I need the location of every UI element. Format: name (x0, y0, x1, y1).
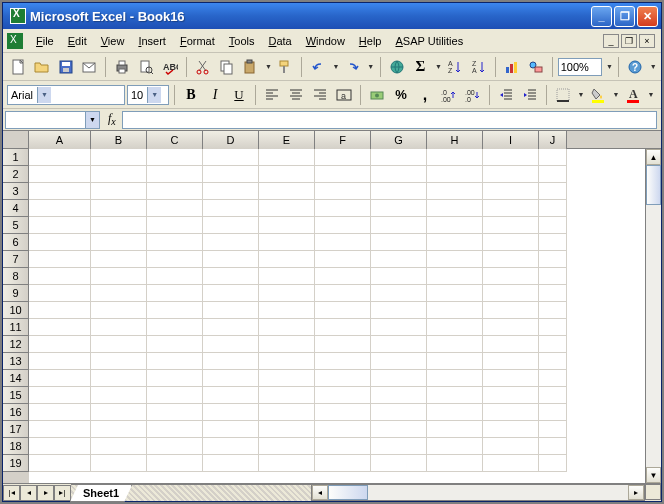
align-center-button[interactable] (285, 84, 307, 106)
increase-decimal-button[interactable]: .0.00 (438, 84, 460, 106)
menu-file[interactable]: File (29, 32, 61, 50)
print-preview-button[interactable] (135, 56, 157, 78)
cell[interactable] (29, 200, 91, 217)
cell[interactable] (427, 421, 483, 438)
select-all-corner[interactable] (3, 131, 29, 149)
cell[interactable] (315, 353, 371, 370)
workbook-icon[interactable] (7, 33, 23, 49)
row-header[interactable]: 2 (3, 166, 29, 183)
menu-view[interactable]: View (94, 32, 132, 50)
row-header[interactable]: 17 (3, 421, 29, 438)
row-header[interactable]: 12 (3, 336, 29, 353)
cell[interactable] (203, 268, 259, 285)
cell[interactable] (91, 319, 147, 336)
cell[interactable] (91, 217, 147, 234)
cell[interactable] (483, 285, 539, 302)
cell[interactable] (427, 336, 483, 353)
cell[interactable] (427, 353, 483, 370)
titlebar[interactable]: Microsoft Excel - Book16 _ ❐ ✕ (3, 3, 661, 29)
row-header[interactable]: 1 (3, 149, 29, 166)
scroll-thumb[interactable] (328, 485, 368, 500)
cell[interactable] (203, 149, 259, 166)
cell[interactable] (483, 149, 539, 166)
cell[interactable] (29, 353, 91, 370)
cell[interactable] (539, 353, 567, 370)
cell[interactable] (371, 149, 427, 166)
align-right-button[interactable] (309, 84, 331, 106)
cell[interactable] (427, 319, 483, 336)
menu-data[interactable]: Data (261, 32, 298, 50)
hyperlink-button[interactable] (386, 56, 408, 78)
cell[interactable] (259, 251, 315, 268)
italic-button[interactable]: I (204, 84, 226, 106)
cell[interactable] (203, 251, 259, 268)
cell[interactable] (483, 319, 539, 336)
cell[interactable] (427, 438, 483, 455)
drawing-button[interactable] (525, 56, 547, 78)
borders-button[interactable] (552, 84, 574, 106)
cell[interactable] (29, 217, 91, 234)
cell[interactable] (427, 404, 483, 421)
mdi-close-button[interactable]: × (639, 34, 655, 48)
cell[interactable] (29, 166, 91, 183)
cell[interactable] (371, 302, 427, 319)
font-size-combo[interactable]: 10▼ (127, 85, 169, 105)
cell[interactable] (315, 387, 371, 404)
cell[interactable] (539, 455, 567, 472)
cell[interactable] (203, 166, 259, 183)
print-button[interactable] (111, 56, 133, 78)
cell[interactable] (29, 251, 91, 268)
cell[interactable] (427, 455, 483, 472)
cell[interactable] (483, 268, 539, 285)
cell[interactable] (147, 370, 203, 387)
row-header[interactable]: 8 (3, 268, 29, 285)
paste-dropdown-icon[interactable]: ▼ (264, 63, 272, 70)
cell[interactable] (539, 200, 567, 217)
cells-area[interactable] (29, 149, 645, 483)
cell[interactable] (259, 455, 315, 472)
cell[interactable] (29, 370, 91, 387)
row-header[interactable]: 3 (3, 183, 29, 200)
cell[interactable] (203, 336, 259, 353)
cell[interactable] (203, 319, 259, 336)
cell[interactable] (427, 251, 483, 268)
cell[interactable] (315, 166, 371, 183)
cell[interactable] (259, 438, 315, 455)
cell[interactable] (539, 166, 567, 183)
cell[interactable] (259, 149, 315, 166)
cell[interactable] (539, 217, 567, 234)
menu-asap-utilities[interactable]: ASAP Utilities (388, 32, 470, 50)
cell[interactable] (147, 217, 203, 234)
decrease-indent-button[interactable] (495, 84, 517, 106)
cell[interactable] (539, 234, 567, 251)
column-header[interactable]: C (147, 131, 203, 149)
column-header[interactable]: H (427, 131, 483, 149)
fillcolor-dropdown-icon[interactable]: ▼ (612, 91, 620, 98)
cell[interactable] (203, 353, 259, 370)
row-header[interactable]: 6 (3, 234, 29, 251)
cell[interactable] (91, 370, 147, 387)
cell[interactable] (539, 387, 567, 404)
merge-center-button[interactable]: a (333, 84, 355, 106)
menu-insert[interactable]: Insert (131, 32, 173, 50)
cell[interactable] (91, 166, 147, 183)
fontcolor-dropdown-icon[interactable]: ▼ (647, 91, 655, 98)
cell[interactable] (371, 319, 427, 336)
cell[interactable] (539, 421, 567, 438)
decrease-decimal-button[interactable]: .00.0 (462, 84, 484, 106)
column-header[interactable]: G (371, 131, 427, 149)
cell[interactable] (315, 404, 371, 421)
cell[interactable] (483, 387, 539, 404)
cell[interactable] (427, 370, 483, 387)
cell[interactable] (315, 234, 371, 251)
cell[interactable] (259, 319, 315, 336)
open-button[interactable] (31, 56, 53, 78)
cell[interactable] (427, 149, 483, 166)
cell[interactable] (91, 421, 147, 438)
cell[interactable] (427, 234, 483, 251)
row-header[interactable]: 15 (3, 387, 29, 404)
cell[interactable] (91, 336, 147, 353)
email-button[interactable] (79, 56, 101, 78)
cell[interactable] (203, 404, 259, 421)
cell[interactable] (371, 455, 427, 472)
